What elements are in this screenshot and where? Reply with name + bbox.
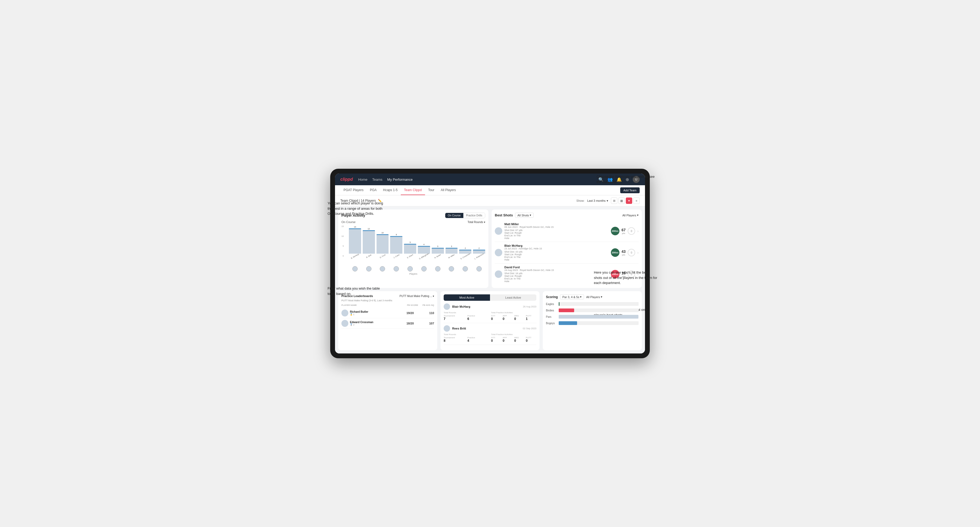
practice-table-header: Player Name PB Score PB Avg SQ	[341, 304, 434, 306]
shot-player-name: Matt Miller	[504, 222, 609, 226]
practice-player-info: Edward Crossman 🥈 2	[341, 320, 402, 327]
scoring-row-label: Pars	[546, 316, 557, 318]
shot-entry[interactable]: Blair McHarg 23 Jul 2023 · Ashridge GC, …	[495, 242, 639, 264]
bar-label: G. Billingham	[418, 252, 429, 260]
sub-nav-pga[interactable]: PGA	[367, 185, 380, 195]
bar-group: 2 L. Robertson	[473, 247, 485, 257]
chevron-right-icon: ›	[637, 251, 639, 255]
bar-group: 5 E. Ebert	[404, 241, 416, 257]
bar-value: 12	[368, 228, 370, 230]
bar	[377, 234, 389, 254]
practice-avatar	[341, 320, 348, 327]
scoring-bar-fill	[559, 302, 560, 306]
bar-value: 3	[437, 245, 438, 247]
practice-sub-label: PUTT Must Make Putting (3-6 ft), Last 3 …	[341, 299, 434, 302]
add-team-button[interactable]: Add Team	[620, 187, 640, 193]
shot-stat-distance: 43 yds	[622, 249, 626, 256]
sub-nav-hcaps[interactable]: Hcaps 1-5	[380, 185, 401, 195]
annotation-left-top: You can select which player is doing the…	[328, 201, 383, 216]
active-date: 02 Sep 2023	[523, 327, 536, 330]
bar-group: 2 E. Crossman	[459, 247, 471, 257]
players-x-label: Players	[341, 273, 485, 275]
avatar-circle	[366, 266, 371, 271]
shot-player-meta: 23 Jul 2023 · Ashridge GC, Hole 15	[504, 247, 609, 250]
scoring-row: Pars 499	[546, 315, 639, 319]
practice-row[interactable]: Edward Crossman 🥈 2 18/20 107	[341, 318, 434, 329]
bar-label: L. Robertson	[474, 252, 484, 259]
bar	[349, 229, 361, 254]
bar-value: 3	[451, 245, 452, 247]
annotation-left-bottom: Filter what data you wish the table to b…	[328, 286, 383, 296]
bottom-row: Practice Leaderboards PUTT Must Make Put…	[338, 291, 642, 350]
bar-highlight	[473, 250, 485, 251]
active-stat-rounds: Total Rounds Tournament 8 Practice 4	[444, 333, 489, 343]
bar-value: 13	[354, 226, 356, 228]
player-avatar-sm	[432, 266, 444, 271]
player-activity-card: Player Activity On Course Practice Drill…	[338, 210, 488, 288]
nav-home[interactable]: Home	[358, 178, 368, 181]
nav-my-performance[interactable]: My Performance	[387, 178, 412, 181]
timescale-dropdown[interactable]: Last 3 months ▾	[587, 199, 608, 203]
shot-player-avatar	[495, 227, 502, 235]
player-avatar-sm	[377, 266, 389, 271]
player-avatar-sm	[418, 266, 430, 271]
chevron-down-icon-drill: ▾	[433, 295, 434, 298]
bar-highlight	[432, 248, 444, 249]
sub-nav-team-clippd[interactable]: Team Clippd	[401, 185, 425, 195]
practice-player-name: Edward Crossman	[350, 321, 373, 324]
practice-val: 6	[467, 317, 489, 321]
practice-rank: 🥈 2	[350, 324, 373, 326]
most-active-card: Most Active Least Active Blair McHarg 26…	[441, 291, 539, 350]
view-icon-list[interactable]: ≡	[633, 197, 640, 204]
active-players: Blair McHarg 26 Aug 2023 Total Rounds To…	[444, 303, 536, 345]
drill-dropdown[interactable]: PUTT Must Make Putting ... ▾	[399, 295, 434, 298]
active-player-name: Rees Britt	[452, 327, 520, 330]
bar	[404, 244, 416, 254]
avatar-circle	[463, 266, 468, 271]
practice-rows: Richard Butler 🥇 1 19/20 110 Edward Cros…	[341, 308, 434, 329]
sub-nav-pgat[interactable]: PGAT Players	[340, 185, 367, 195]
view-icon-grid2[interactable]: ▦	[618, 197, 625, 204]
active-player-section: Rees Britt 02 Sep 2023 Total Rounds Tour…	[444, 325, 536, 345]
scoring-players-dropdown[interactable]: All Players ▾	[586, 295, 602, 298]
chart-dropdown[interactable]: Total Rounds ▾	[468, 221, 485, 224]
sub-nav: PGAT Players PGA Hcaps 1-5 Team Clippd T…	[335, 185, 645, 195]
view-icon-heart[interactable]: ♥	[626, 197, 632, 204]
active-stat-practice: Total Practice Activities GTT0 APP0 ARG0…	[491, 311, 536, 321]
scoring-bar-wrap: 115	[559, 321, 639, 325]
players-filter-dropdown[interactable]: All Players ▾	[622, 213, 639, 217]
bar-chart-container: 15 10 5 0 13 B. McHarg 12 R. Britt 10	[341, 225, 485, 262]
bar-highlight	[404, 244, 416, 244]
shot-entry[interactable]: Matt Miller 09 Jun 2023 · Royal North De…	[495, 221, 639, 242]
practice-avg: 107	[418, 322, 434, 325]
tab-least-active[interactable]: Least Active	[490, 294, 536, 301]
bar-label: E. Ebert	[407, 254, 413, 259]
tablet-device: clippd Home Teams My Performance 🔍 👥 🔔 ⊕…	[330, 169, 650, 358]
toggle-on-course[interactable]: On Course	[445, 213, 463, 218]
shots-filter-dropdown[interactable]: All Shots ▾	[515, 213, 534, 218]
scoring-par-dropdown[interactable]: Par 3, 4 & 5s ▾	[560, 294, 584, 300]
bar	[432, 248, 444, 254]
active-player-header: Rees Britt 02 Sep 2023	[444, 325, 536, 332]
player-avatar-sm	[404, 266, 416, 271]
sub-nav-tour[interactable]: Tour	[425, 185, 438, 195]
toggle-practice-drills[interactable]: Practice Drills	[463, 213, 485, 218]
practice-player-info: Richard Butler 🥇 1	[341, 310, 402, 316]
chevron-right-icon: ›	[637, 229, 639, 233]
active-player-header: Blair McHarg 26 Aug 2023	[444, 303, 536, 310]
active-stat-rounds: Total Rounds Tournament 7 Practice 6	[444, 311, 489, 321]
practice-row[interactable]: Richard Butler 🥇 1 19/20 110	[341, 308, 434, 318]
sub-nav-all-players[interactable]: All Players	[438, 185, 459, 195]
nav-teams[interactable]: Teams	[372, 178, 382, 181]
chevron-down-icon: ▾	[607, 199, 608, 203]
scoring-row-label: Eagles	[546, 303, 557, 306]
shot-dist-info: Shot Dist: 67 yds Start Lie: Rough End L…	[504, 229, 526, 240]
shot-player-info: Blair McHarg 23 Jul 2023 · Ashridge GC, …	[504, 244, 609, 261]
bar-group: 10 D. Ford	[377, 232, 389, 257]
tab-most-active[interactable]: Most Active	[444, 294, 490, 301]
bar-value: 9	[396, 234, 397, 236]
scoring-bar-wrap: 3	[559, 302, 639, 306]
view-icon-grid3[interactable]: ⊞	[611, 197, 617, 204]
shot-stat-val: 43	[622, 249, 626, 254]
tournament-val: 8	[444, 339, 465, 343]
